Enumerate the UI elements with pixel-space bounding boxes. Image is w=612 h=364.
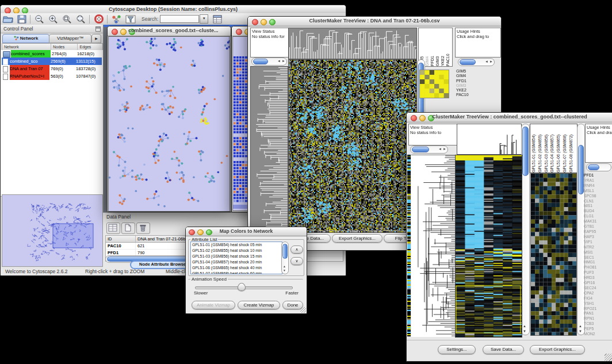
network-table-row[interactable]: RNAPuberNov2+I 563(0) 107847(0)	[2, 72, 102, 80]
scrollbar-thumb[interactable]	[588, 164, 599, 170]
gene-label[interactable]: SPC98	[584, 194, 607, 199]
column-label[interactable]: GPL51-06 (GSM865)	[555, 124, 561, 173]
column-label[interactable]: PAC10	[445, 28, 450, 66]
vizmapper-icon[interactable]	[110, 14, 123, 24]
attribute-list-scrollbar[interactable]: ▲ ▼	[281, 242, 289, 274]
resize-grip[interactable]	[300, 307, 306, 313]
matrix-row-label[interactable]: GIM5	[456, 69, 479, 74]
heatmap-canvas[interactable]	[288, 59, 417, 233]
zoom-out-icon[interactable]	[33, 14, 46, 24]
scrollbar-thumb[interactable]	[578, 145, 584, 194]
gene-label[interactable]: ELG1	[584, 214, 607, 219]
minimize-icon[interactable]	[120, 29, 127, 35]
scrollbar-thumb[interactable]	[282, 244, 288, 259]
column-label[interactable]: GPL51-07 (GSM868)	[561, 124, 568, 173]
gene-label[interactable]: YSH1	[584, 301, 607, 306]
tab-vizmapper[interactable]: VizMapper™	[49, 34, 91, 43]
gene-label[interactable]: CLN1	[584, 199, 607, 204]
move-up-button[interactable]: ∧	[290, 246, 303, 254]
scrollbar-thumb[interactable]	[412, 147, 429, 152]
gene-label[interactable]: MAK31	[584, 219, 607, 224]
scroll-left-icon[interactable]: ◄	[438, 147, 442, 152]
gene-label[interactable]: PAN1	[584, 311, 607, 316]
gene-label[interactable]: PEP5	[584, 327, 607, 332]
select-attributes-icon[interactable]	[106, 223, 120, 234]
scroll-up-icon[interactable]: ▲	[523, 324, 526, 328]
create-attribute-icon[interactable]	[121, 223, 135, 234]
scroll-left-icon[interactable]: ◄	[277, 59, 281, 64]
animate-vizmap-button[interactable]: Animate Vizmap	[192, 301, 235, 309]
gene-label[interactable]: CPA2	[584, 291, 607, 296]
network-table-row[interactable]: combined_scores 2764(0) 16218(0)	[2, 50, 102, 58]
attribute-list-item[interactable]: GPL51-06 (GSM865) heat shock 40 min	[191, 265, 282, 271]
scroll-right-icon[interactable]: ►	[443, 147, 446, 152]
gene-label[interactable]: GTB1	[584, 224, 607, 229]
close-icon[interactable]	[236, 29, 242, 35]
zoom-heatmap-canvas[interactable]	[530, 173, 577, 336]
zoom-in-icon[interactable]	[47, 14, 60, 24]
column-header-nodes[interactable]: Nodes	[51, 44, 78, 50]
matrix-row-label[interactable]: PAC10	[456, 93, 479, 97]
column-label[interactable]: PFD1	[429, 28, 434, 66]
help-lifebuoy-icon[interactable]	[93, 14, 105, 24]
usage-hints-scrollbar[interactable]	[586, 163, 611, 171]
matrix-row-label[interactable]: YKE2	[456, 88, 479, 93]
zoom-selected-icon[interactable]	[61, 14, 74, 24]
view-status-scrollbar[interactable]: ◄ ►	[251, 58, 287, 66]
gene-label[interactable]: KAP95	[584, 229, 607, 235]
scrollbar-thumb[interactable]	[460, 59, 476, 65]
network-title-bar[interactable]: combined_scores_good.txt--cluste...	[108, 26, 231, 36]
scroll-left-icon[interactable]: ◄	[485, 59, 488, 64]
export-graphics-button[interactable]: Export Graphics...	[530, 345, 585, 354]
gene-label[interactable]: TCB3	[584, 321, 607, 327]
animation-slider-thumb[interactable]	[238, 283, 246, 291]
attribute-list[interactable]: GPL51-01 (GSM854) heat shock 05 minGPL51…	[190, 242, 282, 274]
attribute-list-item[interactable]: GPL51-03 (GSM856) heat shock 15 min	[191, 254, 282, 259]
tab-overflow-button[interactable]: ▶	[91, 34, 101, 43]
matrix-row-label[interactable]: GIM4	[456, 74, 479, 78]
export-graphics-button[interactable]: Export Graphics...	[332, 234, 382, 243]
column-label[interactable]: GPL51-01 (GSM854)	[530, 124, 537, 173]
close-icon[interactable]	[112, 29, 118, 35]
gene-label[interactable]: MSI1	[584, 250, 607, 255]
column-header-edges[interactable]: Edges	[78, 44, 102, 50]
scroll-down-icon[interactable]: ▼	[523, 329, 526, 334]
scroll-down-icon[interactable]: ▼	[579, 329, 582, 334]
gene-label[interactable]: PFD1	[584, 173, 607, 178]
gene-label[interactable]: BUD4	[584, 209, 607, 214]
gene-label[interactable]: SEC24	[584, 286, 607, 291]
column-header-network[interactable]: Network	[2, 44, 51, 50]
gene-label[interactable]: RPN1	[584, 316, 607, 321]
network-overview-canvas[interactable]	[2, 194, 103, 267]
scrollbar-thumb[interactable]	[522, 127, 529, 176]
heatmap-v-scrollbar[interactable]: ▲ ▼	[521, 124, 530, 335]
gene-label[interactable]: FIG4	[584, 296, 607, 301]
delete-attribute-icon[interactable]	[136, 223, 150, 234]
filter-icon[interactable]	[124, 14, 137, 24]
scroll-right-icon[interactable]: ►	[282, 59, 285, 64]
gene-label[interactable]: NTR2	[584, 245, 607, 250]
gene-label[interactable]: MON2	[584, 332, 607, 336]
gene-label[interactable]: NIS1	[584, 204, 607, 209]
heatmap-canvas[interactable]	[455, 155, 522, 338]
gene-label[interactable]: RPO21	[584, 306, 607, 312]
move-down-button[interactable]: ∨	[290, 257, 303, 265]
column-label[interactable]: GPL51-08 (GSM872)	[568, 124, 574, 173]
open-session-icon[interactable]	[2, 14, 14, 24]
column-label[interactable]: YKE2	[439, 28, 445, 66]
treeview-combined-title-bar[interactable]: ClusterMaker TreeView : combined_scores_…	[407, 113, 612, 122]
zoom-fit-icon[interactable]	[75, 14, 87, 24]
scroll-right-icon[interactable]: ►	[489, 59, 493, 64]
search-input[interactable]	[160, 15, 199, 23]
save-session-icon[interactable]	[16, 14, 28, 24]
search-dropdown-button[interactable]: ▼	[200, 14, 208, 24]
create-vizmap-button[interactable]: Create Vizmap	[238, 301, 280, 309]
gene-label[interactable]: MSL1	[584, 189, 607, 194]
dialog-title-bar[interactable]: Map Colors to Network	[186, 227, 307, 236]
scrollbar-thumb[interactable]	[253, 59, 268, 64]
attribute-list-item[interactable]: GPL51-04 (GSM857) heat shock 20 min	[191, 259, 282, 265]
gene-label[interactable]: HAP3	[584, 235, 607, 240]
gene-label[interactable]: PHO81	[584, 265, 607, 270]
view-status-scrollbar[interactable]: ◄ ►	[410, 145, 448, 154]
attribute-list-item[interactable]: GPL51-07 (GSM868) heat shock 60 min	[191, 271, 282, 274]
